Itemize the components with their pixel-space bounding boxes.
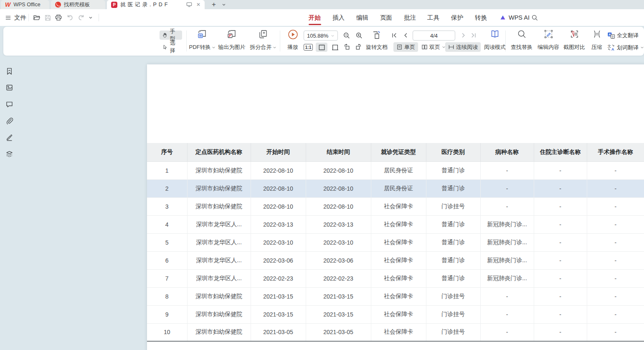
find-replace-button[interactable]: 查找替换 xyxy=(509,28,535,53)
table-cell: 普通门诊 xyxy=(426,215,480,233)
fit-width-icon xyxy=(318,44,325,51)
signature-icon[interactable] xyxy=(5,133,13,141)
redo-icon[interactable] xyxy=(77,13,85,22)
table-cell: - xyxy=(587,323,644,341)
tab-docer-templates[interactable]: 找稻壳模板 xyxy=(51,0,105,9)
table-cell: - xyxy=(534,269,587,287)
attachment-icon[interactable] xyxy=(5,117,13,125)
rotate-left-icon[interactable] xyxy=(342,42,352,52)
zoom-level-select[interactable]: 105.88% xyxy=(304,31,338,41)
menu-bar: 文件 开始 插入 编辑 页面 批注 工具 保护 转换 xyxy=(0,9,644,26)
split-merge-icon xyxy=(258,29,268,39)
table-row: 2深圳市妇幼保健院2022-08-102022-08-10居民身份证普通门诊--… xyxy=(147,179,644,197)
tabs-dropdown-icon[interactable] xyxy=(220,0,228,9)
last-page-button[interactable] xyxy=(469,31,478,40)
fit-page-button[interactable] xyxy=(329,43,341,52)
table-cell: 6 xyxy=(147,251,187,269)
menu-item-home[interactable]: 开始 xyxy=(309,9,321,26)
table-cell: 2021-03-15 xyxy=(251,305,306,323)
close-tab-icon[interactable]: ✕ xyxy=(196,2,200,7)
pdf-page: 序号定点医药机构名称开始时间结束时间就诊凭证类型医疗类别病种名称住院主诊断名称手… xyxy=(147,64,644,350)
table-cell: - xyxy=(534,197,587,215)
layers-icon[interactable] xyxy=(5,150,13,158)
new-tab-button[interactable]: + xyxy=(209,0,219,9)
edit-content-button[interactable]: 编辑内容 xyxy=(535,28,561,53)
translate-icon: A 字 xyxy=(607,31,615,39)
zoom-out-button[interactable] xyxy=(342,31,352,41)
table-cell: - xyxy=(534,161,587,179)
save-icon[interactable] xyxy=(43,13,52,22)
menu-item-insert[interactable]: 插入 xyxy=(332,9,345,26)
full-text-translate-button[interactable]: A 字 全文翻译 xyxy=(607,31,639,40)
table-cell: 门诊挂号 xyxy=(426,287,480,305)
table-cell: 社会保障卡 xyxy=(371,269,426,287)
cursor-icon xyxy=(162,44,168,50)
table-cell: 2022-03-10 xyxy=(306,233,371,251)
table-cell: - xyxy=(587,305,644,323)
continuous-reading-button[interactable]: 连续阅读 xyxy=(445,42,481,52)
page-number-input[interactable]: 4/4 xyxy=(413,31,455,41)
undo-icon[interactable] xyxy=(66,13,74,22)
table-cell: - xyxy=(534,215,587,233)
chevron-down-icon xyxy=(273,46,276,49)
comment-icon[interactable] xyxy=(5,100,13,108)
single-page-button[interactable]: 单页 xyxy=(393,42,418,52)
pdf-convert-icon: W xyxy=(197,29,207,39)
menu-item-page[interactable]: 页面 xyxy=(380,9,392,26)
table-cell: 深圳市妇幼保健院 xyxy=(187,179,251,197)
table-cell: - xyxy=(480,179,534,197)
reading-mode-button[interactable]: 阅读模式 xyxy=(482,28,508,53)
table-cell: - xyxy=(587,287,644,305)
word-translate-button[interactable]: 文 A 划词翻译 xyxy=(607,43,644,52)
rotate-document-label: 旋转文档 xyxy=(366,43,388,51)
split-merge-button[interactable]: 拆分合并 xyxy=(248,28,278,53)
wps-pdf-window: W WPS Office 找稻壳模板 P 就医记录.PDF ✕ + 文件 xyxy=(0,0,644,350)
svg-text:W: W xyxy=(199,34,202,38)
table-cell: 社会保障卡 xyxy=(371,215,426,233)
menu-item-annotate[interactable]: 批注 xyxy=(404,9,416,26)
menu-item-protect[interactable]: 保护 xyxy=(451,9,463,26)
pdf-convert-label: PDF转换 xyxy=(189,43,211,51)
undo-history-dropdown-icon[interactable] xyxy=(88,13,94,22)
menu-item-convert[interactable]: 转换 xyxy=(475,9,487,26)
rotate-right-icon[interactable] xyxy=(353,42,363,52)
export-as-image-button[interactable]: 输出为图片 xyxy=(217,28,246,53)
compress-button[interactable]: 压缩 xyxy=(587,28,606,53)
file-menu-button[interactable]: 文件 xyxy=(5,9,26,26)
menu-item-edit[interactable]: 编辑 xyxy=(356,9,368,26)
table-cell: 3 xyxy=(147,197,187,215)
actual-size-button[interactable]: 1:1 xyxy=(302,43,314,52)
menu-item-wps-ai[interactable]: WPS AI xyxy=(499,9,530,26)
previous-page-button[interactable] xyxy=(401,31,410,40)
menu-item-tools[interactable]: 工具 xyxy=(427,9,439,26)
tab-wps-office[interactable]: W WPS Office xyxy=(1,0,49,9)
thumbnail-icon[interactable] xyxy=(5,84,13,92)
table-cell: 社会保障卡 xyxy=(371,323,426,341)
table-row: 10深圳市妇幼保健院2021-03-052021-03-05社会保障卡门诊挂号-… xyxy=(147,323,644,341)
monitor-icon[interactable] xyxy=(186,2,192,8)
hand-tool-button[interactable]: 手型 xyxy=(160,31,182,40)
menu-search-icon[interactable] xyxy=(530,13,539,22)
table-cell: 普通门诊 xyxy=(426,269,480,287)
next-page-button[interactable] xyxy=(459,31,468,40)
open-file-icon[interactable] xyxy=(33,13,41,22)
divider xyxy=(28,14,29,21)
print-icon[interactable] xyxy=(54,13,63,22)
tab-document[interactable]: P 就医记录.PDF ✕ xyxy=(107,0,205,9)
select-tool-button[interactable]: 选择 xyxy=(160,42,182,51)
zoom-in-button[interactable] xyxy=(354,31,364,41)
fit-width-button[interactable] xyxy=(316,43,327,52)
table-cell: 深圳市妇幼保健院 xyxy=(187,287,251,305)
table-row: 5深圳市龙华区人...2022-03-102022-03-10社会保障卡普通门诊… xyxy=(147,233,644,251)
rotate-pages-icon[interactable] xyxy=(370,29,383,41)
bookmark-icon[interactable] xyxy=(5,67,13,75)
screenshot-compare-button[interactable]: 截图对比 xyxy=(561,28,587,53)
rotate-document-button[interactable]: 旋转文档 xyxy=(366,43,388,52)
svg-text:文: 文 xyxy=(607,44,611,48)
medical-records-table: 序号定点医药机构名称开始时间结束时间就诊凭证类型医疗类别病种名称住院主诊断名称手… xyxy=(147,143,644,342)
play-button[interactable]: 播放 xyxy=(282,28,303,53)
pdf-convert-button[interactable]: W PDF转换 xyxy=(189,28,216,53)
double-page-button[interactable]: 双页 xyxy=(418,42,449,52)
first-page-button[interactable] xyxy=(390,31,399,40)
table-cell: - xyxy=(587,179,644,197)
